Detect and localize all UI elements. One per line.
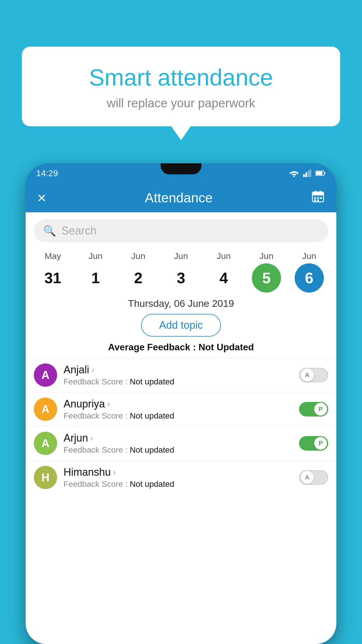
feedback-value: Not updated [130,480,174,489]
date-month: May [45,251,61,261]
search-icon: 🔍 [43,225,56,237]
student-info: Anjali ›Feedback Score : Not updated [64,364,293,386]
student-item[interactable]: HHimanshu ›Feedback Score : Not updatedA [26,460,336,494]
student-feedback: Feedback Score : Not updated [64,377,293,386]
date-month: Jun [259,251,273,261]
feedback-value: Not updated [130,377,174,386]
app-title: Attendance [145,190,213,206]
svg-rect-9 [312,192,324,195]
student-feedback: Feedback Score : Not updated [64,480,293,489]
date-month: Jun [131,251,145,261]
attendance-toggle[interactable]: A [299,368,328,382]
student-info: Anupriya ›Feedback Score : Not updated [64,398,293,421]
attendance-toggle[interactable]: P [299,436,328,451]
app-header: × Attendance [26,183,336,212]
svg-rect-3 [308,171,310,177]
date-col[interactable]: Jun4 [205,251,243,293]
student-info: Arjun ›Feedback Score : Not updated [64,432,293,455]
status-time: 14:29 [36,168,58,178]
selected-date: Thursday, 06 June 2019 [26,298,336,309]
svg-rect-7 [316,172,322,175]
speech-bubble: Smart attendance will replace your paper… [22,47,340,126]
student-item[interactable]: AAnjali ›Feedback Score : Not updatedA [26,358,336,392]
student-avatar: H [34,466,57,489]
student-item[interactable]: AArjun ›Feedback Score : Not updatedP [26,426,336,460]
date-col[interactable]: Jun2 [119,251,157,293]
chevron-icon: › [90,433,93,443]
chevron-icon: › [92,365,94,374]
calendar-button[interactable] [311,190,325,206]
phone-shell: 14:29 × Attendance [26,163,336,644]
svg-rect-2 [305,172,307,177]
svg-rect-1 [303,174,305,177]
svg-rect-6 [324,172,325,174]
student-info: Himanshu ›Feedback Score : Not updated [64,466,293,489]
date-month: Jun [217,251,231,261]
avg-feedback-prefix: Average Feedback : [108,342,198,352]
date-col[interactable]: Jun1 [77,251,115,293]
date-month: Jun [302,251,316,261]
date-number: 1 [81,263,110,293]
speech-bubble-subtitle: will replace your paperwork [39,96,323,110]
svg-rect-15 [314,200,316,201]
svg-rect-16 [317,200,319,201]
feedback-value: Not updated [130,411,174,420]
status-icons [289,169,326,177]
date-number: 4 [209,263,238,293]
toggle-knob: A [301,369,314,382]
date-col[interactable]: Jun6 [290,251,328,293]
attendance-toggle[interactable]: P [299,402,328,416]
date-strip: May31Jun1Jun2Jun3Jun4Jun5Jun6 [26,248,336,293]
student-list: AAnjali ›Feedback Score : Not updatedAAA… [26,358,336,494]
student-avatar: A [34,398,57,421]
svg-rect-14 [320,197,322,199]
feedback-value: Not updated [130,445,174,454]
attendance-toggle[interactable]: A [299,470,328,485]
svg-rect-13 [317,197,319,199]
toggle-knob: P [314,437,327,450]
svg-point-0 [294,176,295,177]
close-button[interactable]: × [37,189,46,206]
status-bar: 14:29 [26,163,336,183]
chevron-icon: › [107,399,110,409]
date-col[interactable]: Jun5 [247,251,285,293]
student-name: Arjun › [64,432,293,444]
battery-icon [315,170,326,176]
student-avatar: A [34,363,57,387]
student-avatar: A [34,432,57,455]
student-name: Anupriya › [64,398,293,410]
date-number: 3 [166,263,196,293]
search-bar[interactable]: 🔍 Search [34,219,328,242]
toggle-knob: P [314,403,327,416]
date-col[interactable]: May31 [34,251,72,293]
date-number: 31 [38,263,67,293]
chevron-icon: › [113,468,116,477]
date-number: 6 [295,263,324,293]
signal-icon [303,169,311,177]
search-placeholder: Search [61,225,96,237]
date-month: Jun [89,251,103,261]
avg-feedback: Average Feedback : Not Updated [26,342,336,353]
date-number: 5 [252,263,281,293]
svg-rect-4 [310,169,311,177]
date-col[interactable]: Jun3 [162,251,200,293]
student-feedback: Feedback Score : Not updated [64,445,293,455]
student-name: Anjali › [64,364,293,376]
student-item[interactable]: AAnupriya ›Feedback Score : Not updatedP [26,392,336,426]
student-name: Himanshu › [64,466,293,478]
svg-rect-12 [314,197,316,199]
notch [161,163,201,174]
add-topic-button[interactable]: Add topic [141,314,221,337]
date-month: Jun [174,251,188,261]
avg-feedback-value: Not Updated [198,342,254,352]
date-number: 2 [124,263,153,293]
speech-bubble-title: Smart attendance [39,64,323,91]
student-feedback: Feedback Score : Not updated [64,411,293,421]
wifi-icon [289,169,299,177]
screen-content: 🔍 Search May31Jun1Jun2Jun3Jun4Jun5Jun6 T… [26,212,336,644]
toggle-knob: A [301,471,314,484]
